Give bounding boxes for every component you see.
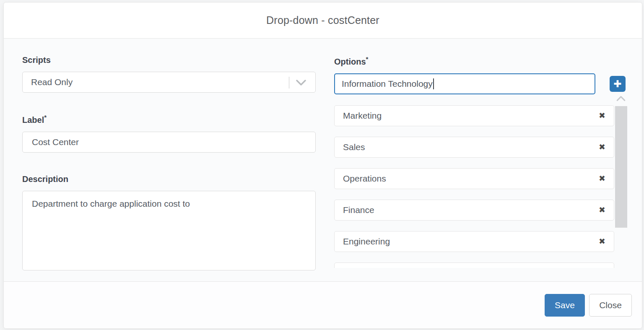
left-column: Scripts Read Only Label* Cost Center Des… (22, 39, 316, 270)
page-backdrop: Drop-down - costCenter Scripts Read Only… (0, 0, 644, 330)
option-row-operations: Operations ✖ (334, 168, 614, 189)
close-button[interactable]: Close (589, 294, 632, 317)
add-option-button[interactable]: ✚ (610, 76, 626, 92)
option-label: Engineering (343, 236, 390, 247)
modal-body: Scripts Read Only Label* Cost Center Des… (4, 39, 642, 281)
option-row-sales: Sales ✖ (334, 137, 614, 158)
modal-header: Drop-down - costCenter (4, 3, 642, 39)
required-asterisk: * (366, 55, 369, 62)
scripts-select[interactable]: Read Only (22, 72, 316, 93)
remove-option-icon[interactable]: ✖ (599, 206, 605, 214)
chevron-up-icon[interactable] (616, 96, 626, 101)
scrollbar-thumb[interactable] (615, 106, 627, 228)
options-input-row: Information Technology ✚ (334, 73, 628, 94)
description-textarea[interactable]: Department to charge application cost to (22, 191, 316, 270)
chevron-down-icon[interactable] (296, 79, 306, 86)
label-field-label-text: Label (22, 115, 44, 125)
scripts-label: Scripts (22, 55, 316, 65)
option-label: Sales (343, 142, 365, 152)
label-field-label: Label* (22, 114, 316, 125)
required-asterisk: * (44, 114, 47, 121)
save-button[interactable]: Save (545, 294, 585, 317)
description-label: Description (22, 174, 316, 184)
modal-footer: Save Close (4, 281, 642, 328)
modal-title: Drop-down - costCenter (266, 14, 379, 26)
remove-option-icon[interactable]: ✖ (599, 237, 605, 245)
remove-option-icon[interactable]: ✖ (599, 143, 605, 151)
option-row-marketing: Marketing ✖ (334, 105, 614, 126)
options-scrollbar[interactable] (615, 96, 627, 301)
label-input[interactable]: Cost Center (22, 132, 316, 153)
option-label: Finance (343, 205, 374, 215)
scripts-select-value: Read Only (31, 77, 73, 87)
text-caret (433, 78, 434, 89)
option-row-partial (334, 262, 614, 268)
scripts-label-text: Scripts (22, 55, 51, 65)
option-label: Operations (343, 174, 386, 184)
option-row-finance: Finance ✖ (334, 200, 614, 221)
remove-option-icon[interactable]: ✖ (599, 112, 605, 120)
options-label-text: Options (334, 57, 366, 66)
new-option-input-value: Information Technology (342, 79, 433, 88)
remove-option-icon[interactable]: ✖ (599, 174, 605, 182)
new-option-input[interactable]: Information Technology (334, 73, 595, 94)
right-column: Options* Information Technology ✚ Market… (334, 39, 628, 268)
option-label: Marketing (343, 111, 382, 121)
select-divider (289, 77, 289, 88)
dropdown-field-edit-modal: Drop-down - costCenter Scripts Read Only… (3, 2, 642, 329)
description-label-text: Description (22, 174, 68, 184)
options-label: Options* (334, 55, 628, 67)
options-list: Marketing ✖ Sales ✖ Operations ✖ Finance… (334, 105, 614, 268)
option-row-engineering: Engineering ✖ (334, 231, 614, 252)
plus-icon: ✚ (613, 76, 621, 92)
